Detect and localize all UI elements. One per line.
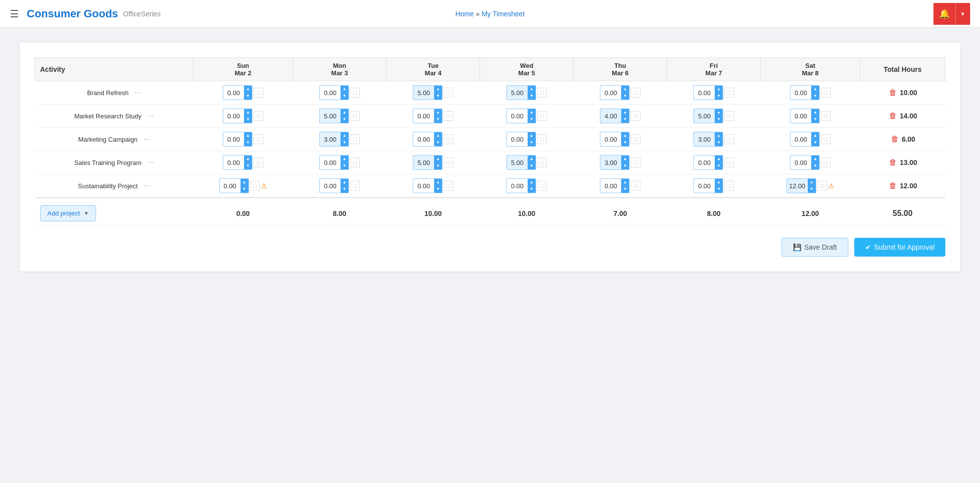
hour-decrement-btn[interactable]: ▼ [811,93,819,100]
hour-input[interactable] [790,156,811,169]
note-button[interactable]: □ [817,181,827,191]
hour-input[interactable] [694,86,715,100]
hour-input[interactable] [790,109,811,123]
note-button[interactable]: □ [537,158,547,167]
hour-increment-btn[interactable]: ▲ [715,132,723,139]
delete-row-button[interactable]: 🗑 [888,110,898,121]
hour-input[interactable] [413,179,434,193]
note-button[interactable]: □ [724,88,734,98]
hour-decrement-btn[interactable]: ▼ [241,186,248,193]
nav-home-link[interactable]: Home [455,10,474,18]
note-button[interactable]: □ [253,134,263,144]
hour-increment-btn[interactable]: ▲ [621,156,629,162]
hour-input[interactable] [790,86,811,100]
hour-increment-btn[interactable]: ▲ [811,156,819,162]
delete-row-button[interactable]: 🗑 [888,87,898,98]
hour-decrement-btn[interactable]: ▼ [621,162,629,169]
hour-input[interactable] [600,86,621,100]
hour-input[interactable] [223,109,244,123]
note-button[interactable]: □ [350,88,360,98]
hour-increment-btn[interactable]: ▲ [811,132,819,139]
activity-menu-icon[interactable]: ··· [144,181,150,190]
note-button[interactable]: □ [631,181,640,191]
hour-decrement-btn[interactable]: ▼ [434,162,442,169]
hour-input[interactable] [507,156,528,169]
hour-decrement-btn[interactable]: ▼ [434,93,442,100]
note-button[interactable]: □ [350,181,360,191]
note-button[interactable]: □ [724,158,734,167]
hour-input[interactable] [600,109,621,123]
hour-input[interactable] [413,156,434,169]
hour-input[interactable] [220,179,241,193]
hour-increment-btn[interactable]: ▲ [621,179,629,186]
note-button[interactable]: □ [537,88,547,98]
hour-input[interactable] [787,179,808,193]
hour-decrement-btn[interactable]: ▼ [811,116,819,123]
note-button[interactable]: □ [350,111,360,121]
hour-increment-btn[interactable]: ▲ [715,156,723,162]
hour-decrement-btn[interactable]: ▼ [811,139,819,146]
note-button[interactable]: □ [631,111,640,121]
delete-row-button[interactable]: 🗑 [890,134,900,145]
hour-input[interactable] [600,132,621,146]
hour-decrement-btn[interactable]: ▼ [341,139,348,146]
note-button[interactable]: □ [821,134,831,144]
hour-input[interactable] [320,156,341,169]
note-button[interactable]: □ [443,111,453,121]
hour-decrement-btn[interactable]: ▼ [341,93,348,100]
hour-input[interactable] [694,156,715,169]
note-button[interactable]: □ [443,158,453,167]
note-button[interactable]: □ [537,181,547,191]
hour-increment-btn[interactable]: ▲ [528,179,536,186]
hour-decrement-btn[interactable]: ▼ [621,139,629,146]
hour-increment-btn[interactable]: ▲ [341,132,348,139]
hour-decrement-btn[interactable]: ▼ [621,186,629,193]
hour-input[interactable] [223,132,244,146]
hour-increment-btn[interactable]: ▲ [244,86,252,93]
hour-increment-btn[interactable]: ▲ [811,86,819,93]
hour-decrement-btn[interactable]: ▼ [621,116,629,123]
hour-increment-btn[interactable]: ▲ [715,109,723,116]
hour-increment-btn[interactable]: ▲ [621,109,629,116]
note-button[interactable]: □ [250,181,260,191]
hour-input[interactable] [223,86,244,100]
note-button[interactable]: □ [724,181,734,191]
hour-input[interactable] [320,179,341,193]
hour-increment-btn[interactable]: ▲ [241,179,248,186]
activity-menu-icon[interactable]: ··· [147,158,154,166]
note-button[interactable]: □ [631,134,640,144]
activity-menu-icon[interactable]: ··· [147,111,154,120]
hour-decrement-btn[interactable]: ▼ [528,186,536,193]
hour-increment-btn[interactable]: ▲ [434,132,442,139]
hour-input[interactable] [320,132,341,146]
note-button[interactable]: □ [350,158,360,167]
hour-input[interactable] [413,132,434,146]
hour-input[interactable] [694,179,715,193]
menu-icon[interactable]: ☰ [10,8,19,20]
hour-input[interactable] [320,109,341,123]
hour-input[interactable] [600,179,621,193]
note-button[interactable]: □ [443,134,453,144]
note-button[interactable]: □ [253,158,263,167]
hour-decrement-btn[interactable]: ▼ [244,162,252,169]
hour-decrement-btn[interactable]: ▼ [621,93,629,100]
hour-decrement-btn[interactable]: ▼ [341,186,348,193]
hour-decrement-btn[interactable]: ▼ [341,116,348,123]
hour-decrement-btn[interactable]: ▼ [808,186,816,193]
activity-menu-icon[interactable]: ··· [135,88,141,97]
note-button[interactable]: □ [821,111,831,121]
hour-input[interactable] [600,156,621,169]
hour-input[interactable] [507,86,528,100]
hour-increment-btn[interactable]: ▲ [528,132,536,139]
hour-increment-btn[interactable]: ▲ [341,156,348,162]
hour-increment-btn[interactable]: ▲ [621,132,629,139]
hour-increment-btn[interactable]: ▲ [715,179,723,186]
delete-row-button[interactable]: 🗑 [888,157,898,168]
hour-increment-btn[interactable]: ▲ [341,86,348,93]
hour-input[interactable] [507,179,528,193]
hour-decrement-btn[interactable]: ▼ [244,93,252,100]
hour-decrement-btn[interactable]: ▼ [715,139,723,146]
hour-input[interactable] [694,109,715,123]
hour-increment-btn[interactable]: ▲ [434,156,442,162]
note-button[interactable]: □ [350,134,360,144]
